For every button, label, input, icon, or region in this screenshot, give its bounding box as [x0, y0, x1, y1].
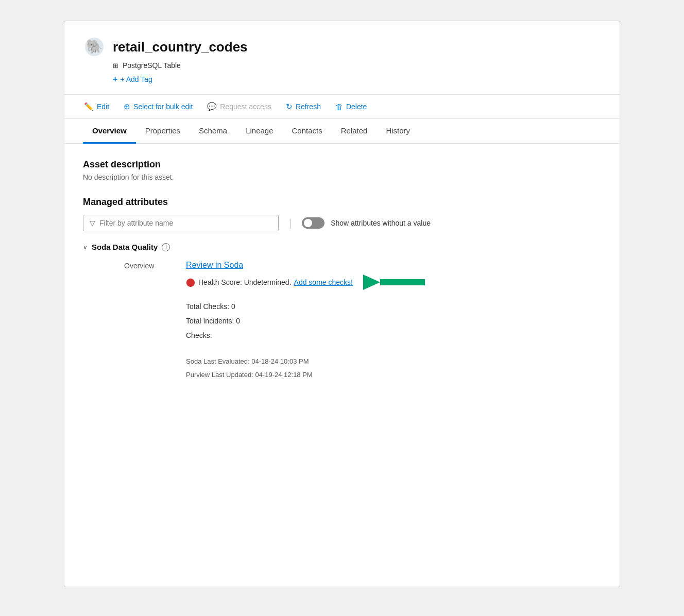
tab-related[interactable]: Related	[332, 119, 377, 144]
filter-input[interactable]	[99, 219, 272, 227]
soda-overview-value: Review in Soda ⬤ Health Score: Undetermi…	[186, 261, 601, 382]
filter-icon: ▽	[90, 219, 95, 227]
total-incidents: Total Incidents: 0	[186, 314, 601, 328]
tab-contacts[interactable]: Contacts	[283, 119, 332, 144]
asset-description-title: Asset description	[83, 159, 601, 170]
asset-type: PostgreSQL Table	[123, 61, 181, 70]
soda-overview-label: Overview	[124, 261, 186, 382]
main-card: 🐘 retail_country_codes ⊞ PostgreSQL Tabl…	[64, 21, 620, 587]
delete-label: Delete	[346, 102, 367, 111]
checks-label: Checks:	[186, 331, 601, 339]
filter-row: ▽ | Show attributes without a value	[83, 215, 601, 231]
postgres-icon: 🐘	[83, 36, 106, 58]
svg-text:🐘: 🐘	[86, 38, 103, 55]
tab-schema[interactable]: Schema	[190, 119, 236, 144]
toggle-label: Show attributes without a value	[331, 219, 431, 227]
refresh-icon: ↻	[286, 102, 293, 111]
toggle-row: Show attributes without a value	[302, 217, 431, 229]
managed-attributes-title: Managed attributes	[83, 197, 601, 208]
health-score-row: ⬤ Health Score: Undetermined. Add some c…	[186, 277, 353, 287]
tab-history[interactable]: History	[377, 119, 419, 144]
edit-icon: ✏️	[84, 102, 94, 111]
soda-content: Overview Review in Soda ⬤ Health Score: …	[83, 261, 601, 389]
health-score-text: Health Score: Undetermined.	[198, 278, 292, 286]
add-tag-row: + + Add Tag	[113, 75, 601, 84]
chevron-down-icon[interactable]: ∨	[83, 244, 88, 251]
soda-overview-row: Overview Review in Soda ⬤ Health Score: …	[124, 261, 601, 382]
toolbar: ✏️ Edit ⊕ Select for bulk edit 💬 Request…	[64, 95, 620, 119]
asset-description-text: No description for this asset.	[83, 173, 601, 181]
toggle-switch[interactable]	[302, 217, 324, 229]
add-tag-button[interactable]: + + Add Tag	[113, 75, 152, 84]
asset-title: retail_country_codes	[113, 39, 248, 55]
title-row: 🐘 retail_country_codes	[83, 36, 601, 58]
chat-icon: 💬	[207, 102, 217, 111]
edit-label: Edit	[97, 102, 109, 111]
managed-attributes-section: Managed attributes ▽ | Show attributes w…	[83, 197, 601, 389]
request-access-label: Request access	[220, 102, 271, 111]
svg-rect-3	[380, 279, 425, 285]
delete-icon: 🗑	[335, 102, 343, 111]
plus-circle-icon: ⊕	[124, 102, 130, 111]
table-icon: ⊞	[113, 62, 118, 70]
tab-lineage[interactable]: Lineage	[236, 119, 282, 144]
soda-last-evaluated: Soda Last Evaluated: 04-18-24 10:03 PM	[186, 355, 601, 368]
refresh-button[interactable]: ↻ Refresh	[285, 100, 322, 113]
edit-button[interactable]: ✏️ Edit	[83, 100, 110, 113]
plus-icon: +	[113, 75, 117, 84]
delete-button[interactable]: 🗑 Delete	[334, 100, 368, 113]
asset-description-section: Asset description No description for thi…	[83, 159, 601, 181]
info-icon[interactable]: i	[162, 243, 170, 251]
purview-last-updated: Purview Last Updated: 04-19-24 12:18 PM	[186, 368, 601, 382]
timestamps: Soda Last Evaluated: 04-18-24 10:03 PM P…	[186, 355, 601, 382]
add-tag-label: + Add Tag	[120, 75, 152, 83]
refresh-label: Refresh	[296, 102, 321, 111]
soda-header: ∨ Soda Data Quality i	[83, 243, 601, 251]
asset-header: 🐘 retail_country_codes ⊞ PostgreSQL Tabl…	[64, 21, 620, 95]
toggle-knob	[304, 219, 312, 227]
error-icon: ⬤	[186, 277, 195, 287]
soda-section-title: Soda Data Quality	[92, 243, 158, 251]
bulk-edit-label: Select for bulk edit	[133, 102, 193, 111]
tab-properties[interactable]: Properties	[136, 119, 190, 144]
tabs-bar: Overview Properties Schema Lineage Conta…	[64, 119, 620, 144]
green-arrow-icon	[363, 271, 425, 294]
total-checks: Total Checks: 0	[186, 299, 601, 314]
divider: |	[289, 217, 292, 229]
review-in-soda-link[interactable]: Review in Soda	[186, 261, 243, 269]
svg-marker-2	[363, 275, 380, 290]
soda-section: ∨ Soda Data Quality i Overview Review in…	[83, 243, 601, 389]
add-checks-link[interactable]: Add some checks!	[294, 278, 353, 286]
asset-subtitle-row: ⊞ PostgreSQL Table	[113, 61, 601, 70]
bulk-edit-button[interactable]: ⊕ Select for bulk edit	[123, 100, 194, 113]
stats-block: Total Checks: 0 Total Incidents: 0	[186, 299, 601, 328]
content-area: Asset description No description for thi…	[64, 144, 620, 404]
request-access-button[interactable]: 💬 Request access	[206, 100, 272, 113]
filter-input-wrap: ▽	[83, 215, 279, 231]
tab-overview[interactable]: Overview	[83, 119, 136, 144]
